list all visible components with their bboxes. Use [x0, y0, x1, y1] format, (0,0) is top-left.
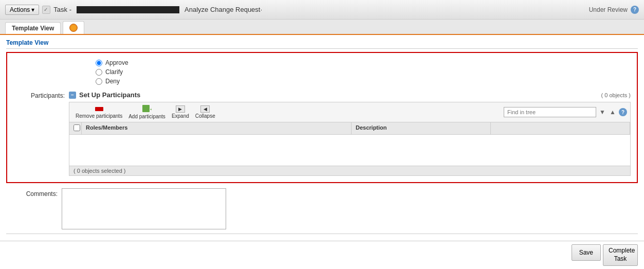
divider: [6, 234, 638, 234]
actions-button[interactable]: Actions ▾: [5, 5, 39, 15]
participants-toolbar: Remove participants + Add participants: [69, 102, 631, 122]
set-up-participants-label: Set Up Participants: [79, 91, 140, 99]
actions-dropdown-icon: ▾: [31, 6, 34, 13]
radio-group: Approve Clarify Deny: [13, 59, 631, 85]
col-desc-label: Description: [356, 124, 387, 131]
participants-content: − Set Up Participants ( 0 objects ) Remo…: [69, 91, 631, 176]
header-right: Under Review ?: [589, 6, 639, 14]
task-prefix: Task -: [53, 6, 71, 13]
col-roles-label: Roles/Members: [86, 124, 127, 131]
add-icon: +: [142, 105, 152, 113]
col-check-header: [69, 122, 82, 134]
radio-clarify-label[interactable]: Clarify: [105, 68, 123, 76]
radio-deny: Deny: [96, 78, 631, 85]
add-participants-label: Add participants: [128, 114, 165, 119]
header-left: Actions ▾ Task - Analyze Change Request·: [5, 5, 262, 15]
save-button[interactable]: Save: [572, 244, 601, 261]
comments-label: Comments:: [6, 188, 58, 198]
redacted-id: [77, 6, 179, 13]
tab-bar: Template View: [0, 20, 644, 35]
radio-deny-label[interactable]: Deny: [105, 78, 120, 85]
radio-approve: Approve: [96, 59, 631, 66]
select-all-checkbox[interactable]: [73, 124, 80, 131]
tab-gear[interactable]: [63, 21, 84, 34]
set-up-participants-header: − Set Up Participants ( 0 objects ): [69, 91, 631, 99]
expand-icon: ▶: [176, 105, 185, 113]
radio-deny-input[interactable]: [96, 78, 102, 85]
comments-row: Comments:: [6, 188, 638, 229]
form-area: Approve Clarify Deny Participants: − Set…: [6, 52, 638, 183]
complete-task-button[interactable]: Complete Task: [603, 244, 638, 266]
complete-task-label: Complete Task: [609, 247, 635, 262]
find-in-tree: ▼ ▲ ?: [504, 107, 627, 117]
expand-label: Expand: [172, 113, 189, 119]
remove-participants-label: Remove participants: [76, 113, 122, 119]
set-up-participants-title: − Set Up Participants: [69, 91, 140, 99]
col-extra-header: [491, 122, 630, 134]
svg-text:+: +: [150, 106, 152, 113]
participants-row: Participants: − Set Up Participants ( 0 …: [13, 91, 631, 176]
task-icon: [42, 6, 50, 14]
participants-label: Participants:: [13, 91, 65, 99]
bottom-bar: Save Complete Task: [0, 241, 644, 269]
table-body: [69, 135, 630, 166]
sort-icon[interactable]: ▲: [609, 108, 617, 116]
participants-table: Roles/Members Description ( 0 objects se…: [69, 122, 631, 176]
table-header: Roles/Members Description: [69, 122, 630, 135]
col-roles-header: Roles/Members: [82, 122, 352, 134]
tab-template-view-label: Template View: [12, 25, 54, 32]
radio-clarify: Clarify: [96, 68, 631, 76]
toolbar-help-icon[interactable]: ?: [619, 108, 627, 116]
add-participants-button[interactable]: + Add participants: [125, 104, 169, 120]
objects-selected-label: ( 0 objects selected ): [73, 168, 126, 174]
tab-template-view[interactable]: Template View: [5, 22, 61, 34]
gear-tab-icon: [69, 24, 78, 32]
radio-approve-label[interactable]: Approve: [105, 59, 128, 66]
col-desc-header: Description: [352, 122, 491, 134]
collapse-icon[interactable]: −: [69, 92, 76, 99]
table-footer: ( 0 objects selected ): [69, 166, 630, 175]
page-content: Template View Approve Clarify Deny Parti…: [0, 35, 644, 269]
section-title: Template View: [6, 39, 638, 49]
objects-count: ( 0 objects ): [601, 92, 631, 98]
comments-textarea[interactable]: [62, 188, 226, 229]
expand-button[interactable]: ▶ Expand: [169, 104, 192, 120]
help-icon[interactable]: ?: [631, 6, 639, 14]
actions-label: Actions: [10, 6, 30, 13]
collapse-label: Collapse: [195, 113, 215, 119]
filter-icon[interactable]: ▼: [598, 108, 606, 116]
find-in-tree-input[interactable]: [504, 107, 596, 117]
remove-icon: [95, 105, 104, 113]
remove-participants-button[interactable]: Remove participants: [72, 104, 125, 120]
svg-rect-0: [142, 105, 150, 112]
status-label: Under Review: [589, 6, 628, 13]
header-bar: Actions ▾ Task - Analyze Change Request·…: [0, 0, 644, 20]
radio-approve-input[interactable]: [96, 60, 102, 66]
collapse-btn-icon: ◀: [200, 105, 210, 113]
collapse-button[interactable]: ◀ Collapse: [192, 104, 218, 120]
radio-clarify-input[interactable]: [96, 69, 102, 76]
header-title: Analyze Change Request·: [185, 6, 262, 13]
